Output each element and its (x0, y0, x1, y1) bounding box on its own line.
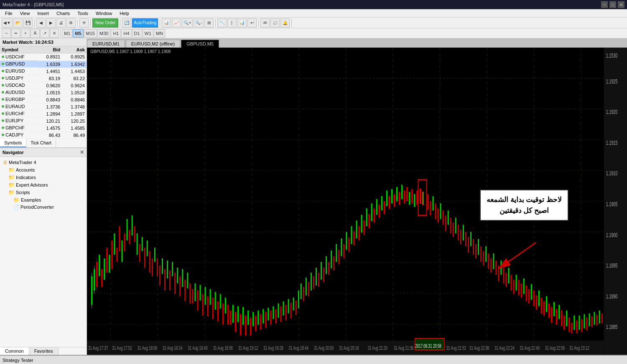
nav-item-metatrader4[interactable]: 🖥 MetaTrader 4 (2, 159, 85, 166)
nav-item-accounts[interactable]: 📁 Accounts (2, 166, 85, 174)
back-btn[interactable]: ◀ (36, 18, 46, 28)
mw-symbol: USDCAD (0, 82, 38, 89)
grid-btn[interactable]: ⊞ (204, 18, 214, 28)
navigator-close-icon[interactable]: ✕ (80, 149, 84, 155)
tf-m1[interactable]: M1 (62, 29, 72, 38)
delete-btn[interactable]: ✕ (50, 29, 59, 38)
new-btn[interactable]: ◀▼ (2, 18, 13, 28)
print-btn[interactable]: 🖨 (56, 18, 66, 28)
tab-tick-chart[interactable]: Tick Chart (26, 139, 56, 147)
chart-tabs: EURUSD,M1 EURUSD,M2 (offline) GBPUSD,M5 (87, 38, 627, 48)
mw-ask: 0.9624 (62, 82, 87, 89)
svg-rect-71 (210, 289, 211, 305)
menu-tools[interactable]: Tools (74, 10, 92, 17)
menu-file[interactable]: File (2, 10, 16, 17)
svg-rect-113 (316, 268, 317, 286)
market-watch-row[interactable]: EURAUD 1.3736 1.3748 (0, 103, 87, 110)
svg-text:1.1905: 1.1905 (606, 201, 618, 208)
market-watch-row[interactable]: USDCHF 0.8921 0.8925 (0, 53, 87, 61)
fwd-btn[interactable]: ▶ (46, 18, 56, 28)
hline-btn[interactable]: ━ (11, 29, 20, 38)
news-btn[interactable]: 📰 (270, 18, 280, 28)
tf-d1[interactable]: D1 (132, 29, 142, 38)
maximize-button[interactable]: □ (609, 1, 616, 8)
nav-tab-common[interactable]: Common (0, 347, 29, 355)
svg-rect-79 (230, 311, 231, 325)
menu-window[interactable]: Window (92, 10, 115, 17)
save-btn[interactable]: 💾 (23, 18, 33, 28)
svg-rect-138 (379, 205, 380, 218)
close-button[interactable]: ✕ (618, 1, 624, 8)
svg-rect-108 (303, 287, 304, 301)
chart-tab-eurusd-m2[interactable]: EURUSD,M2 (offline) (126, 40, 180, 48)
tf-m5[interactable]: M5 (73, 29, 83, 38)
nav-item-examples[interactable]: 📁 Examples (2, 196, 85, 204)
menu-help[interactable]: Help (116, 10, 133, 17)
svg-rect-63 (189, 283, 191, 303)
tf-w1[interactable]: W1 (143, 29, 154, 38)
svg-text:31 Aug 17:52: 31 Aug 17:52 (112, 345, 132, 351)
text-btn[interactable]: A (31, 29, 40, 38)
nav-tab-favorites[interactable]: Favorites (29, 347, 59, 355)
svg-rect-189 (510, 275, 512, 291)
zoom-out-btn[interactable]: 🔍- (194, 18, 203, 28)
autochartist-btn[interactable]: 🔄 (122, 18, 131, 28)
market-watch-row[interactable]: CADJPY 86.43 86.49 (0, 131, 87, 139)
market-watch-row[interactable]: USDJPY 83.19 83.22 (0, 75, 87, 82)
market-watch-row[interactable]: USDCAD 0.9620 0.9624 (0, 82, 87, 89)
open-btn[interactable]: 📂 (13, 18, 23, 28)
svg-rect-41 (134, 226, 135, 242)
svg-rect-110 (308, 282, 309, 296)
minimize-button[interactable]: ─ (601, 1, 608, 8)
navigator: Navigator ✕ 🖥 MetaTrader 4 📁 Accounts 📁 … (0, 148, 87, 355)
new-order-btn[interactable]: New Order (92, 18, 118, 28)
indicator2-btn[interactable]: 📊 (237, 18, 247, 28)
menu-charts[interactable]: Charts (53, 10, 73, 17)
tf-m30[interactable]: M30 (97, 29, 110, 38)
chart-canvas[interactable]: GBPUSD,M5 1.1907 1.1908 1.1907 1.1908 (87, 48, 627, 355)
alerts-btn[interactable]: 🔔 (280, 18, 290, 28)
arrow-btn[interactable]: ↗ (40, 29, 49, 38)
tf-h1[interactable]: H1 (111, 29, 121, 38)
tf-mn[interactable]: MN (154, 29, 165, 38)
chart-btn2[interactable]: 📈 (172, 18, 181, 28)
svg-text:31 Aug 19:44: 31 Aug 19:44 (289, 345, 308, 351)
svg-rect-203 (546, 296, 547, 312)
menu-view[interactable]: View (17, 10, 33, 17)
svg-rect-134 (369, 214, 370, 228)
props-btn[interactable]: ⚙ (66, 18, 76, 28)
indicator-btn[interactable]: 📉 (217, 18, 227, 28)
tf-h4[interactable]: H4 (121, 29, 131, 38)
tf-m15[interactable]: M15 (84, 29, 97, 38)
market-watch-row[interactable]: EURGBP 0.8843 0.8846 (0, 96, 87, 103)
zoom-in-btn[interactable]: 🔍+ (182, 18, 193, 28)
market-watch-row[interactable]: EURJPY 120.21 120.25 (0, 117, 87, 124)
svg-rect-190 (513, 280, 515, 294)
crosshair-btn[interactable]: ✛ (79, 18, 89, 28)
autotrading-btn[interactable]: AutoTrading (132, 18, 158, 28)
tab-symbols[interactable]: Symbols (0, 139, 26, 147)
svg-rect-37 (124, 233, 125, 251)
chart-tab-eurusd-m1[interactable]: EURUSD,M1 (87, 40, 125, 48)
svg-rect-143 (391, 189, 393, 203)
mail-btn[interactable]: ✉ (260, 18, 270, 28)
nav-item-period-converter[interactable]: 📄 PeriodConverter (2, 204, 85, 211)
undo-btn[interactable]: ↩ (247, 18, 257, 28)
nav-item-expert-advisors[interactable]: 📁 Expert Advisors (2, 181, 85, 189)
crosshair2-btn[interactable]: + (21, 29, 30, 38)
market-watch-row[interactable]: GBPUSD 1.6339 1.6342 (0, 61, 87, 68)
period-sep-btn[interactable]: | (227, 18, 237, 28)
chart-btn1[interactable]: 📊 (162, 18, 171, 28)
market-watch-row[interactable]: EURCHF 1.2894 1.2897 (0, 110, 87, 117)
line-btn[interactable]: ─ (2, 29, 11, 38)
market-watch-row[interactable]: AUDUSD 1.0515 1.0518 (0, 89, 87, 96)
svg-text:31 Aug 21:20: 31 Aug 21:20 (368, 345, 387, 351)
chart-tab-gbpusd-m5[interactable]: GBPUSD,M5 (181, 40, 219, 48)
market-watch-row[interactable]: GBPCHF 1.4575 1.4585 (0, 124, 87, 131)
svg-rect-53 (164, 269, 166, 291)
svg-text:31 Aug 18:56: 31 Aug 18:56 (213, 345, 233, 351)
nav-item-scripts[interactable]: 📁 Scripts (2, 189, 85, 196)
nav-item-indicators[interactable]: 📁 Indicators (2, 174, 85, 181)
market-watch-row[interactable]: EURUSD 1.4451 1.4453 (0, 68, 87, 75)
menu-insert[interactable]: Insert (34, 10, 52, 17)
